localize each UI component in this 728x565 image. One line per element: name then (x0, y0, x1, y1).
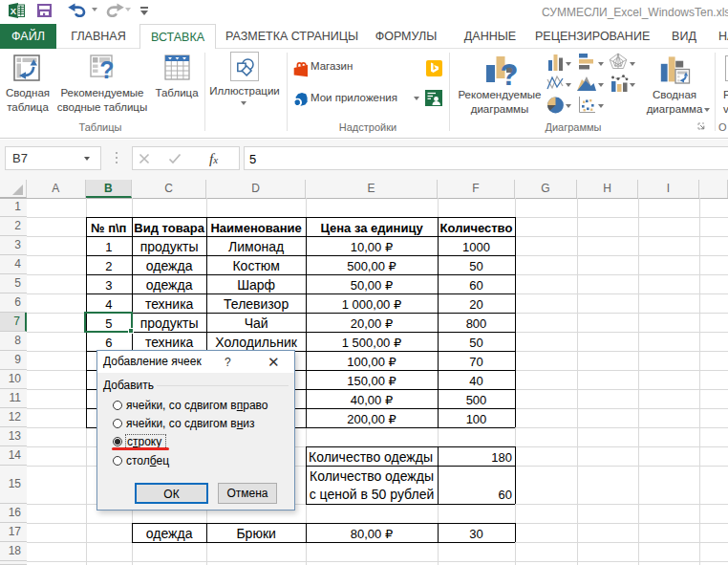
svg-text:?: ? (99, 56, 114, 80)
svg-text:?: ? (501, 58, 517, 87)
svg-text:X: X (11, 6, 17, 16)
